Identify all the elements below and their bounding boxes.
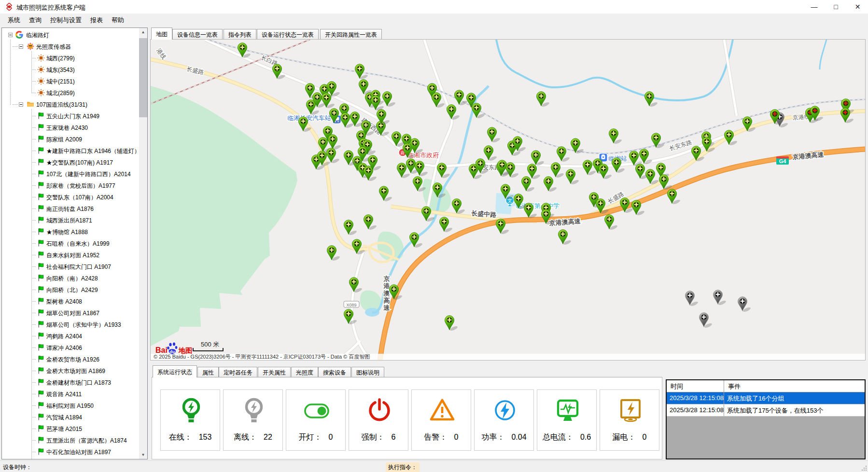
tree-device-1-26[interactable]: 汽贸城 A1894 — [2, 411, 139, 423]
tree-device-1-17[interactable]: 烟草公司对面 A1867 — [2, 307, 139, 319]
tab-bottom-5[interactable]: 光照度 — [291, 367, 318, 377]
tree-item-label: 向阳桥（北）A2429 — [46, 286, 98, 294]
tree-item-label: ★交警队西(107南) A1917 — [46, 159, 113, 167]
menu-item-5[interactable]: 帮助 — [107, 14, 128, 26]
tree-device-0-0[interactable]: 城西(2799) — [2, 52, 139, 64]
tree-item-label: 五尖山大门东 A1949 — [46, 112, 99, 121]
flag-icon — [37, 402, 45, 409]
road-label-vertical: 港 — [383, 282, 390, 290]
tree-device-1-25[interactable]: 福利院对面 A1950 — [2, 400, 139, 411]
tree-device-1-11[interactable]: 石咀桥（自来水）A1999 — [2, 237, 139, 249]
tree-device-1-20[interactable]: 谭家冲 A2406 — [2, 342, 139, 353]
log-time: 2025/3/28 12:15:08 — [667, 404, 724, 416]
tree-device-1-4[interactable]: ★交警队西(107南) A1917 — [2, 156, 139, 168]
flag-icon — [37, 205, 45, 212]
log-event: 系统加载了175个设备，在线153个 — [724, 404, 865, 416]
tree-device-1-13[interactable]: 社会福利院大门口 A1907 — [2, 261, 139, 272]
tree-device-1-28[interactable]: 五里派出所（富源汽配）A1874 — [2, 434, 139, 446]
tree-device-1-12[interactable]: 自来水斜对面 A1952 — [2, 249, 139, 261]
menu-item-3[interactable]: 控制与设置 — [46, 14, 86, 26]
sun-icon — [37, 54, 45, 62]
tree-device-0-3[interactable]: 城北(2859) — [2, 87, 139, 98]
flag-icon — [37, 425, 45, 432]
tab-bottom-7[interactable]: 图标说明 — [351, 367, 384, 377]
maximize-button[interactable]: □ — [825, 0, 847, 14]
menu-item-2[interactable]: 查询 — [25, 14, 46, 26]
tree-device-1-15[interactable]: 向阳桥（北）A2429 — [2, 284, 139, 295]
resize-grip[interactable] — [861, 465, 867, 471]
tab-bottom-3[interactable]: 定时器任务 — [219, 367, 257, 377]
close-button[interactable]: ✕ — [847, 0, 868, 14]
tree-device-1-27[interactable]: 芭茅塘 A2015 — [2, 423, 139, 434]
tree-device-1-10[interactable]: ★博物馆 A1888 — [2, 226, 139, 237]
tree-device-1-29[interactable]: 中石化加油站对面 A1897 — [2, 446, 139, 458]
tree-device-1-1[interactable]: 王家珑巷 A2430 — [2, 122, 139, 133]
tree-device-1-7[interactable]: 交警队东（107南）A2004 — [2, 191, 139, 203]
status-card-lamp-online: 在线：153 — [160, 389, 220, 451]
tab-map-view-3[interactable]: 指令列表 — [224, 29, 256, 40]
scroll-up-arrow[interactable]: ▲ — [139, 28, 147, 36]
tab-bottom-1[interactable]: 系统运行状态 — [153, 365, 197, 377]
tab-map-view-4[interactable]: 设备运行状态一览表 — [257, 29, 319, 40]
log-event: 系统加载了16个分组 — [724, 392, 865, 404]
tab-bottom-2[interactable]: 属性 — [197, 367, 219, 377]
tree-device-1-23[interactable]: 金桥建材市场门口 A1873 — [2, 376, 139, 388]
window-title: 城市照明监控系统客户端 — [16, 3, 85, 12]
tab-bottom-4[interactable]: 开关属性 — [258, 367, 291, 377]
tree-expander[interactable] — [19, 102, 23, 107]
status-card-current-meter: 总电流：0.6 — [537, 389, 597, 451]
tree-device-1-5[interactable]: 107北（建新中路路口西）A2014 — [2, 168, 139, 180]
tree-device-1-21[interactable]: 金桥农贸市场 A1926 — [2, 353, 139, 365]
menu-item-4[interactable]: 报表 — [86, 14, 107, 26]
card-value: 0 — [329, 433, 333, 441]
map-attribution: © 2025 Baidu - GS(2023)3206号 - 甲测资字11111… — [154, 354, 370, 360]
tree-device-1-30[interactable] — [2, 458, 139, 459]
status-bar: 设备时钟： 执行指令： — [0, 460, 868, 472]
tree-device-0-2[interactable]: 城中(2151) — [2, 75, 139, 87]
tree-device-1-8[interactable]: 南正街转盘 A1876 — [2, 203, 139, 214]
tree-group-1[interactable]: 光照度传感器 — [2, 41, 139, 52]
tree-scrollbar[interactable]: ▲ ▼ — [139, 28, 147, 459]
tree-root[interactable]: 临湘路灯 — [2, 29, 139, 41]
tree-device-1-19[interactable]: 鸿鹤路 A2404 — [2, 330, 139, 342]
tab-map-view-5[interactable]: 开关回路属性一览表 — [320, 29, 382, 40]
poi-label: 临湘长安汽车站 — [287, 114, 331, 122]
tree-device-1-16[interactable]: 梨树巷 A2408 — [2, 295, 139, 307]
tree-device-1-14[interactable]: 向阳桥（南）A2428 — [2, 272, 139, 284]
tree-device-1-18[interactable]: 烟草公司（求知中学）A1933 — [2, 319, 139, 330]
tree-device-1-2[interactable]: 陈家组 A2009 — [2, 133, 139, 145]
menu-item-1[interactable]: 系统 — [3, 14, 25, 26]
event-log-table: 时间 事件 2025/3/28 12:15:08系统加载了16个分组2025/3… — [666, 379, 866, 459]
app-icon — [5, 3, 13, 11]
tree-device-1-9[interactable]: 城西派出所A1871 — [2, 214, 139, 226]
log-row-1[interactable]: 2025/3/28 12:15:08系统加载了16个分组 — [667, 392, 865, 404]
tree-expander[interactable] — [8, 33, 13, 37]
flag-icon — [37, 251, 45, 259]
flag-icon — [37, 158, 45, 166]
tree-device-1-24[interactable]: 观音路 A2411 — [2, 388, 139, 400]
tab-map-view-1[interactable]: 地图 — [151, 28, 172, 40]
tree-device-1-3[interactable]: ★建新中路路口东 A1946（辅道灯） — [2, 145, 139, 156]
tree-item-label: 金桥建材市场门口 A1873 — [46, 379, 111, 387]
card-label: 功率： — [481, 433, 504, 441]
scroll-down-arrow[interactable]: ▼ — [139, 451, 147, 459]
device-clock-label: 设备时钟： — [3, 463, 32, 472]
tree-device-1-0[interactable]: 五尖山大门东 A1949 — [2, 110, 139, 122]
card-value: 0.6 — [580, 433, 591, 441]
tab-map-view-2[interactable]: 设备信息一览表 — [172, 29, 223, 40]
tree-item-label: 梨树巷 A2408 — [46, 298, 82, 306]
map-container[interactable]: 港线长盛路长白路建新西路长安东路长安东路长盛中路长盛路京港线京港澳高速京港澳高速… — [150, 39, 866, 361]
card-value: 0.04 — [511, 433, 526, 441]
tree-item-label: 陈家组 A2009 — [46, 136, 82, 144]
tree-scrollbar-thumb[interactable] — [139, 38, 147, 117]
log-row-2[interactable]: 2025/3/28 12:15:08系统加载了175个设备，在线153个 — [667, 404, 865, 416]
tree-expander[interactable] — [19, 44, 23, 49]
tree-device-0-1[interactable]: 城东(3543) — [2, 64, 139, 75]
flag-icon — [37, 193, 45, 201]
tab-bottom-6[interactable]: 搜索设备 — [318, 367, 351, 377]
tree-device-1-6[interactable]: 彭家巷（党校后面）A1977 — [2, 180, 139, 191]
card-label: 总电流： — [543, 433, 574, 441]
tree-group-2[interactable]: 107国道沿线(31/31) — [2, 98, 139, 110]
tree-device-1-22[interactable]: 金桥大市场对面 A1869 — [2, 365, 139, 376]
minimize-button[interactable]: — — [803, 0, 825, 14]
